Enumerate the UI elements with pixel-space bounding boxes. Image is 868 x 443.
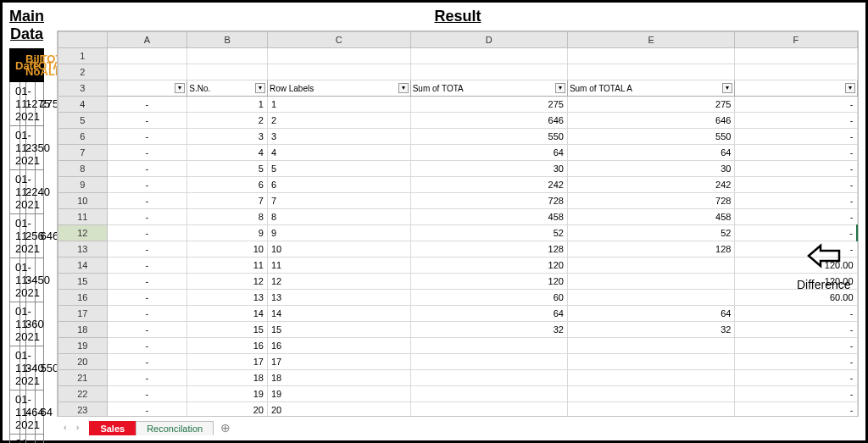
excel-row[interactable]: 12-995252- <box>58 225 858 241</box>
cell[interactable]: 64 <box>410 145 567 161</box>
cell[interactable] <box>567 402 735 418</box>
col-c[interactable]: C <box>267 32 410 48</box>
cell[interactable]: 17 <box>187 354 268 370</box>
excel-row[interactable]: 21-1818- <box>58 370 858 386</box>
cell[interactable]: 275 <box>410 97 567 113</box>
row-header[interactable]: 9 <box>58 177 108 193</box>
cell[interactable]: - <box>107 209 187 225</box>
cell[interactable]: - <box>735 225 857 241</box>
cell[interactable]: 550 <box>410 129 567 145</box>
row-header[interactable]: 2 <box>58 64 108 80</box>
filter-header[interactable]: S.No.▾ <box>187 80 268 97</box>
cell[interactable]: - <box>107 386 187 402</box>
cell[interactable] <box>567 257 735 274</box>
row-header[interactable]: 20 <box>58 354 108 370</box>
cell[interactable]: - <box>107 113 187 129</box>
cell[interactable]: 1 <box>187 97 268 113</box>
cell[interactable]: 3 <box>187 129 268 145</box>
cell[interactable]: 120 <box>410 274 567 290</box>
cell[interactable]: 18 <box>267 370 410 386</box>
row-header[interactable]: 13 <box>58 241 108 257</box>
cell[interactable]: 30 <box>567 161 735 177</box>
filter-header[interactable]: Sum of TOTAL A▾ <box>567 80 735 97</box>
cell[interactable] <box>567 386 735 402</box>
filter-header[interactable]: ▾ <box>107 80 187 97</box>
row-header[interactable]: 12 <box>58 225 108 241</box>
col-a[interactable]: A <box>107 32 187 48</box>
cell[interactable]: 6 <box>267 177 410 193</box>
cell[interactable]: - <box>735 161 857 177</box>
cell[interactable]: - <box>107 370 187 386</box>
cell[interactable]: 10 <box>267 241 410 257</box>
cell[interactable] <box>187 48 268 64</box>
cell[interactable]: 3 <box>267 129 410 145</box>
row-header[interactable]: 7 <box>58 145 108 161</box>
cell[interactable]: - <box>107 241 187 257</box>
excel-row[interactable]: 14-1111120120.00 <box>58 257 858 274</box>
filter-header[interactable]: Sum of TOTA▾ <box>410 80 567 97</box>
cell[interactable]: - <box>735 370 857 386</box>
row-header[interactable]: 21 <box>58 370 108 386</box>
cell[interactable]: - <box>735 338 857 354</box>
cell[interactable]: 15 <box>267 322 410 338</box>
row-header[interactable]: 16 <box>58 290 108 306</box>
cell[interactable]: 15 <box>187 322 268 338</box>
cell[interactable]: 8 <box>267 209 410 225</box>
cell[interactable]: 64 <box>567 306 735 322</box>
row-header[interactable]: 6 <box>58 129 108 145</box>
cell[interactable]: 128 <box>410 241 567 257</box>
cell[interactable]: - <box>735 209 857 225</box>
excel-row[interactable]: 15-1212120120.00 <box>58 274 858 290</box>
cell[interactable] <box>410 402 567 418</box>
dropdown-arrow-icon[interactable]: ▾ <box>398 83 409 93</box>
cell[interactable]: - <box>107 257 187 274</box>
dropdown-arrow-icon[interactable]: ▾ <box>255 83 265 93</box>
cell[interactable]: 32 <box>410 322 567 338</box>
cell[interactable]: 1 <box>267 97 410 113</box>
excel-row[interactable]: 13-1010128128- <box>58 241 858 257</box>
row-header[interactable]: 8 <box>58 161 108 177</box>
cell[interactable]: 242 <box>410 177 567 193</box>
cell[interactable]: 646 <box>567 113 735 129</box>
cell[interactable]: - <box>735 113 857 129</box>
cell[interactable]: - <box>735 97 857 113</box>
cell[interactable]: 6 <box>187 177 268 193</box>
cell[interactable]: 4 <box>187 145 268 161</box>
cell[interactable]: 12 <box>267 274 410 290</box>
cell[interactable]: 8 <box>187 209 268 225</box>
row-header[interactable]: 23 <box>58 402 108 418</box>
row-header[interactable]: 1 <box>58 48 108 64</box>
cell[interactable]: 64 <box>567 145 735 161</box>
col-b[interactable]: B <box>187 32 268 48</box>
cell[interactable]: 5 <box>267 161 410 177</box>
cell[interactable] <box>567 274 735 290</box>
cell[interactable]: 9 <box>187 225 268 241</box>
cell[interactable] <box>567 48 735 64</box>
cell[interactable]: 30 <box>410 161 567 177</box>
cell[interactable]: 728 <box>410 193 567 209</box>
cell[interactable]: 2 <box>267 113 410 129</box>
cell[interactable]: - <box>107 306 187 322</box>
cell[interactable]: 60 <box>410 290 567 306</box>
dropdown-arrow-icon[interactable]: ▾ <box>722 83 732 93</box>
cell[interactable]: - <box>107 290 187 306</box>
cell[interactable]: 550 <box>567 129 735 145</box>
cell[interactable]: - <box>107 322 187 338</box>
cell[interactable]: - <box>107 193 187 209</box>
cell[interactable]: 5 <box>187 161 268 177</box>
cell[interactable]: - <box>107 274 187 290</box>
excel-row[interactable]: 2 <box>58 64 858 80</box>
excel-row[interactable]: 7-446464- <box>58 145 858 161</box>
excel-row[interactable]: 22-1919- <box>58 386 858 402</box>
cell[interactable]: 20 <box>267 402 410 418</box>
excel-row[interactable]: 11-88458458- <box>58 209 858 225</box>
corner-cell[interactable] <box>58 32 108 48</box>
cell[interactable] <box>187 64 268 80</box>
cell[interactable]: - <box>107 402 187 418</box>
cell[interactable]: - <box>735 402 857 418</box>
excel-row[interactable]: 23-2020- <box>58 402 858 418</box>
excel-row[interactable]: 18-15153232- <box>58 322 858 338</box>
cell[interactable]: 19 <box>267 386 410 402</box>
dropdown-arrow-icon[interactable]: ▾ <box>845 83 855 93</box>
cell[interactable]: 4 <box>267 145 410 161</box>
